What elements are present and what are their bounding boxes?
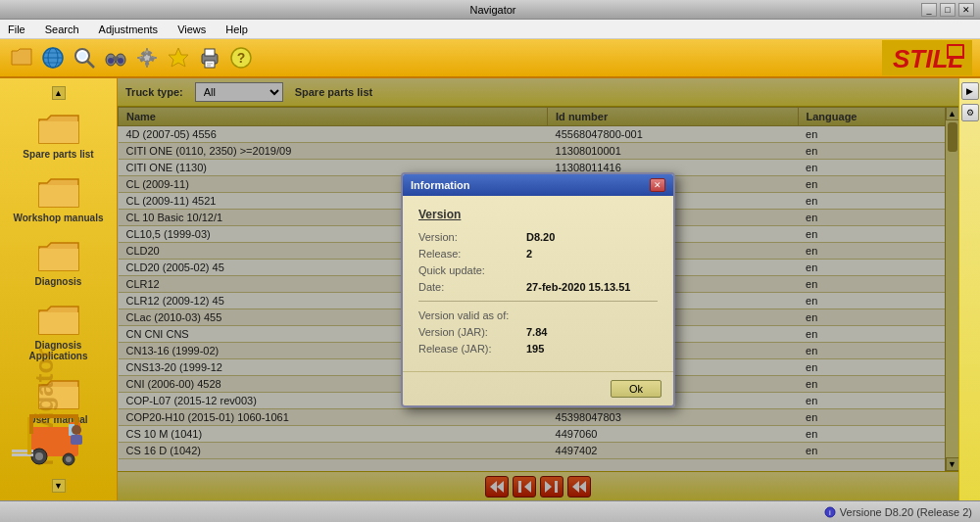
- toolbar: ? STILL: [0, 39, 980, 78]
- toolbar-folder-icon[interactable]: [8, 44, 35, 71]
- svg-point-32: [35, 452, 43, 460]
- menu-search[interactable]: Search: [41, 22, 83, 37]
- modal-row-quick-update: Quick update:: [418, 264, 658, 276]
- window-controls: _ □ ✕: [921, 3, 974, 17]
- content-area: Truck type: All Spare parts list Name Id…: [118, 78, 958, 500]
- sidebar-item-diagnosis[interactable]: Diagnosis: [4, 235, 113, 291]
- modal-row-version-valid: Version valid as of:: [418, 309, 658, 321]
- title-bar: Navigator _ □ ✕: [0, 0, 980, 20]
- forklift-illustration: [10, 403, 98, 471]
- svg-text:?: ?: [237, 50, 246, 66]
- modal-label-release: Release:: [418, 248, 526, 260]
- svg-rect-39: [29, 414, 33, 434]
- svg-rect-42: [71, 435, 82, 445]
- toolbar-settings-icon[interactable]: [133, 44, 161, 71]
- modal-titlebar: Information ✕: [403, 174, 673, 196]
- menu-adjustments[interactable]: Adjustments: [95, 22, 163, 37]
- window-title: Navigator: [65, 4, 921, 16]
- modal-row-version: Version: D8.20: [418, 231, 658, 243]
- modal-divider: [418, 301, 658, 302]
- modal-value-version: D8.20: [526, 231, 555, 243]
- modal-value-release-jar: 195: [526, 343, 544, 355]
- toolbar-print-icon[interactable]: [196, 44, 223, 71]
- svg-text:i: i: [829, 508, 831, 517]
- svg-rect-38: [29, 414, 78, 418]
- right-settings-button[interactable]: ⚙: [961, 104, 979, 121]
- svg-line-6: [87, 61, 94, 68]
- sidebar-scroll-up[interactable]: ▲: [52, 86, 66, 100]
- menu-help[interactable]: Help: [221, 22, 252, 37]
- menu-file[interactable]: File: [4, 22, 29, 37]
- spare-parts-label: Spare parts list: [23, 149, 93, 160]
- modal-value-date: 27-feb-2020 15.13.51: [526, 281, 630, 293]
- close-button[interactable]: ✕: [958, 3, 974, 17]
- still-logo: STILL: [882, 40, 972, 75]
- svg-rect-19: [207, 63, 213, 65]
- modal-body: Version Version: D8.20 Release: 2 Quick …: [403, 196, 673, 371]
- modal-label-version-valid: Version valid as of:: [418, 309, 526, 321]
- svg-point-41: [72, 425, 81, 435]
- toolbar-search-icon[interactable]: [71, 44, 98, 71]
- svg-point-34: [66, 456, 72, 462]
- modal-row-date: Date: 27-feb-2020 15.13.51: [418, 281, 658, 293]
- modal-label-version-jar: Version (JAR):: [418, 326, 526, 338]
- status-bar: i Versione D8.20 (Release 2): [0, 500, 980, 522]
- toolbar-help-icon[interactable]: ?: [227, 44, 255, 71]
- modal-section-title: Version: [418, 208, 658, 221]
- restore-button[interactable]: □: [940, 3, 956, 17]
- svg-point-7: [78, 52, 86, 60]
- modal-footer: Ok: [403, 371, 673, 405]
- modal-label-release-jar: Release (JAR):: [418, 343, 526, 355]
- toolbar-globe-icon[interactable]: [39, 44, 67, 71]
- main-content: ▲ Spare parts list Workshop manuals Diag…: [0, 78, 980, 500]
- svg-point-11: [108, 58, 114, 64]
- sidebar-item-diagnosis-apps[interactable]: Diagnosis Applications: [4, 299, 113, 365]
- modal-ok-button[interactable]: Ok: [611, 380, 662, 398]
- status-icon: i: [824, 506, 836, 518]
- modal-value-release: 2: [526, 248, 532, 260]
- status-text: Versione D8.20 (Release 2): [840, 506, 972, 518]
- modal-row-release-jar: Release (JAR): 195: [418, 343, 658, 355]
- sidebar-item-spare-parts[interactable]: Spare parts list: [4, 108, 113, 164]
- modal-row-release: Release: 2: [418, 248, 658, 260]
- svg-rect-26: [949, 46, 962, 56]
- modal-label-version: Version:: [418, 231, 526, 243]
- menu-views[interactable]: Views: [173, 22, 210, 37]
- modal-label-quick-update: Quick update:: [418, 264, 526, 276]
- svg-rect-17: [205, 49, 215, 56]
- diagnosis-label: Diagnosis: [35, 276, 82, 287]
- menu-bar: File Search Adjustments Views Help: [0, 20, 980, 39]
- sidebar-item-workshop[interactable]: Workshop manuals: [4, 171, 113, 227]
- right-panel: ▶ ⚙: [958, 78, 980, 500]
- sidebar-scroll-down[interactable]: ▼: [52, 479, 66, 493]
- diagnosis-folder-icon: [37, 239, 80, 274]
- minimize-button[interactable]: _: [921, 3, 937, 17]
- workshop-label: Workshop manuals: [13, 213, 103, 223]
- diagnosis-apps-folder-icon: [37, 303, 80, 338]
- spare-parts-folder-icon: [37, 112, 80, 147]
- modal-label-date: Date:: [418, 281, 526, 293]
- diagnosis-apps-label: Diagnosis Applications: [8, 340, 109, 361]
- modal-close-button[interactable]: ✕: [650, 178, 665, 192]
- modal-row-version-jar: Version (JAR): 7.84: [418, 326, 658, 338]
- toolbar-binoculars-icon[interactable]: [102, 44, 129, 71]
- right-play-button[interactable]: ▶: [961, 82, 979, 100]
- sidebar: ▲ Spare parts list Workshop manuals Diag…: [0, 78, 118, 500]
- svg-marker-15: [169, 48, 188, 67]
- toolbar-star-icon[interactable]: [165, 44, 192, 71]
- modal-title: Information: [411, 179, 470, 191]
- svg-rect-20: [207, 65, 211, 67]
- svg-point-12: [118, 58, 123, 64]
- information-modal: Information ✕ Version Version: D8.20 Rel…: [401, 172, 675, 407]
- modal-value-version-jar: 7.84: [526, 326, 547, 338]
- workshop-folder-icon: [37, 175, 80, 211]
- modal-overlay: Information ✕ Version Version: D8.20 Rel…: [118, 78, 958, 500]
